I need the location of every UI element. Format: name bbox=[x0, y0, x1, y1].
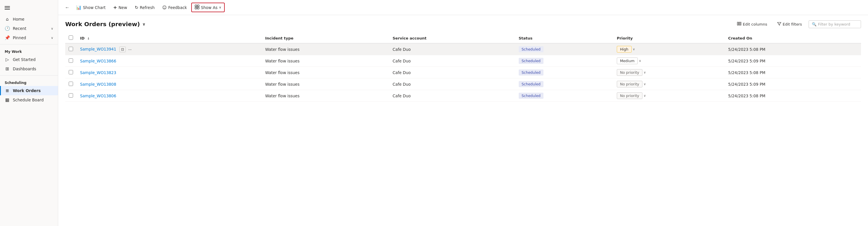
incident-type-value: Water flow issues bbox=[265, 47, 300, 52]
row-select-checkbox[interactable] bbox=[69, 70, 73, 74]
filter-by-keyword-input[interactable]: 🔍 Filter by keyword bbox=[809, 20, 861, 28]
row-status-cell: Scheduled bbox=[515, 43, 613, 55]
show-chart-label: Show Chart bbox=[83, 5, 106, 10]
home-icon: ⌂ bbox=[5, 16, 10, 22]
service-account-value: Cafe Duo bbox=[393, 70, 411, 75]
priority-cell-container: No priority ∨ bbox=[617, 92, 721, 99]
row-id-cell: Sample_WO13941 ⊡ ··· bbox=[76, 43, 262, 55]
row-service-account-cell: Cafe Duo bbox=[389, 78, 515, 90]
work-order-link[interactable]: Sample_WO13941 bbox=[80, 47, 116, 51]
priority-chevron-icon[interactable]: ∨ bbox=[644, 94, 646, 98]
table-row: Sample_WO13808 Water flow issues Cafe Du… bbox=[65, 78, 861, 90]
table-row: Sample_WO13866 Water flow issues Cafe Du… bbox=[65, 55, 861, 67]
row-checkbox-cell bbox=[65, 55, 76, 67]
priority-chevron-icon[interactable]: ∨ bbox=[644, 71, 646, 74]
show-chart-button[interactable]: 📊 Show Chart bbox=[73, 3, 109, 12]
column-id[interactable]: ID ↓ bbox=[76, 33, 262, 43]
more-options-button[interactable]: ··· bbox=[127, 46, 133, 52]
row-priority-cell: High ∨ bbox=[613, 43, 725, 55]
feedback-button[interactable]: ☺ Feedback bbox=[159, 3, 190, 12]
table-row: Sample_WO13806 Water flow issues Cafe Du… bbox=[65, 90, 861, 102]
created-on-value: 5/24/2023 5:09 PM bbox=[728, 82, 766, 86]
priority-cell-container: Medium ∨ bbox=[617, 58, 721, 64]
status-badge: Scheduled bbox=[519, 81, 544, 87]
show-as-button[interactable]: Show As ∨ bbox=[191, 3, 225, 12]
sidebar-item-get-started[interactable]: ▷ Get Started bbox=[0, 55, 58, 64]
clock-icon: 🕐 bbox=[5, 26, 10, 31]
sidebar-item-pinned[interactable]: 📌 Pinned ∨ bbox=[0, 33, 58, 42]
work-order-link[interactable]: Sample_WO13823 bbox=[80, 70, 116, 75]
content-header: Work Orders (preview) ∨ Edit columns bbox=[65, 20, 861, 29]
status-badge: Scheduled bbox=[519, 93, 544, 99]
work-order-link[interactable]: Sample_WO13806 bbox=[80, 93, 116, 98]
column-incident-type[interactable]: Incident type bbox=[262, 33, 389, 43]
row-service-account-cell: Cafe Duo bbox=[389, 67, 515, 78]
sidebar-item-schedule-board[interactable]: ▦ Schedule Board bbox=[0, 95, 58, 105]
edit-filters-label: Edit filters bbox=[783, 22, 802, 27]
row-actions: ⊡ ··· bbox=[119, 46, 133, 52]
page-title[interactable]: Work Orders (preview) ∨ bbox=[65, 21, 146, 28]
show-as-label: Show As bbox=[201, 5, 217, 10]
priority-chevron-icon[interactable]: ∨ bbox=[644, 82, 646, 86]
edit-columns-button[interactable]: Edit columns bbox=[734, 20, 771, 29]
priority-cell-container: No priority ∨ bbox=[617, 69, 721, 76]
table-row: Sample_WO13823 Water flow issues Cafe Du… bbox=[65, 67, 861, 78]
sidebar-item-get-started-label: Get Started bbox=[13, 57, 35, 62]
show-as-icon bbox=[195, 5, 199, 10]
edit-filters-button[interactable]: Edit filters bbox=[774, 20, 805, 29]
priority-badge: No priority bbox=[617, 92, 643, 99]
priority-cell-container: No priority ∨ bbox=[617, 81, 721, 87]
pin-icon: 📌 bbox=[5, 35, 10, 40]
content-actions: Edit columns Edit filters 🔍 Filter by ke… bbox=[734, 20, 861, 29]
select-all-header[interactable] bbox=[65, 33, 76, 43]
sidebar-item-home[interactable]: ⌂ Home bbox=[0, 14, 58, 24]
col-priority-label: Priority bbox=[617, 36, 633, 40]
scheduling-section: Scheduling bbox=[0, 77, 58, 86]
row-select-checkbox[interactable] bbox=[69, 59, 73, 63]
sidebar-item-recent[interactable]: 🕐 Recent ∨ bbox=[0, 24, 58, 33]
divider bbox=[0, 75, 58, 76]
row-service-account-cell: Cafe Duo bbox=[389, 90, 515, 102]
row-incident-type-cell: Water flow issues bbox=[262, 43, 389, 55]
col-service-label: Service account bbox=[393, 36, 427, 40]
sidebar-item-home-label: Home bbox=[13, 17, 25, 22]
refresh-button[interactable]: ↻ Refresh bbox=[131, 3, 158, 12]
column-status[interactable]: Status bbox=[515, 33, 613, 43]
row-incident-type-cell: Water flow issues bbox=[262, 67, 389, 78]
back-button[interactable]: ← bbox=[63, 3, 72, 12]
open-record-button[interactable]: ⊡ bbox=[119, 46, 126, 52]
priority-chevron-icon[interactable]: ∨ bbox=[639, 59, 641, 63]
created-on-value: 5/24/2023 5:08 PM bbox=[728, 93, 766, 98]
status-badge: Scheduled bbox=[519, 46, 544, 52]
column-priority[interactable]: Priority bbox=[613, 33, 725, 43]
column-created-on[interactable]: Created On bbox=[725, 33, 861, 43]
new-button[interactable]: + New bbox=[110, 3, 130, 12]
select-all-checkbox[interactable] bbox=[69, 35, 73, 40]
show-as-chevron-icon: ∨ bbox=[219, 5, 221, 9]
divider bbox=[0, 44, 58, 44]
status-badge: Scheduled bbox=[519, 58, 544, 64]
sidebar-item-dashboards[interactable]: ⊞ Dashboards bbox=[0, 64, 58, 74]
edit-columns-label: Edit columns bbox=[743, 22, 767, 27]
priority-chevron-icon[interactable]: ∨ bbox=[633, 47, 635, 51]
column-service-account[interactable]: Service account bbox=[389, 33, 515, 43]
sidebar-item-work-orders[interactable]: ≡ Work Orders bbox=[0, 86, 58, 95]
row-incident-type-cell: Water flow issues bbox=[262, 90, 389, 102]
toolbar: ← 📊 Show Chart + New ↻ Refresh ☺ Feedbac… bbox=[58, 0, 868, 15]
work-order-link[interactable]: Sample_WO13866 bbox=[80, 59, 116, 63]
row-priority-cell: No priority ∨ bbox=[613, 67, 725, 78]
hamburger-button[interactable] bbox=[0, 2, 58, 14]
row-status-cell: Scheduled bbox=[515, 78, 613, 90]
sidebar: ⌂ Home 🕐 Recent ∨ 📌 Pinned ∨ My Work ▷ G… bbox=[0, 0, 58, 226]
row-select-checkbox[interactable] bbox=[69, 47, 73, 51]
work-order-link[interactable]: Sample_WO13808 bbox=[80, 82, 116, 86]
row-checkbox-cell bbox=[65, 67, 76, 78]
row-id-cell: Sample_WO13866 bbox=[76, 55, 262, 67]
row-created-on-cell: 5/24/2023 5:08 PM bbox=[725, 67, 861, 78]
play-icon: ▷ bbox=[5, 57, 10, 62]
svg-rect-5 bbox=[739, 22, 740, 25]
grid-icon: ⊞ bbox=[5, 66, 10, 71]
row-status-cell: Scheduled bbox=[515, 67, 613, 78]
row-select-checkbox[interactable] bbox=[69, 82, 73, 86]
row-select-checkbox[interactable] bbox=[69, 93, 73, 98]
